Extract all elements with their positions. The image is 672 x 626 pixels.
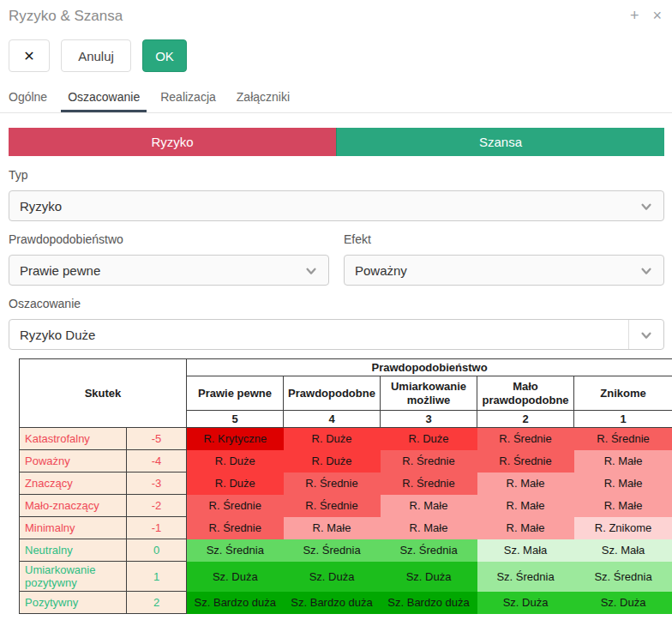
effect-label: Efekt: [344, 232, 664, 248]
matrix-col-header-2: Prawdopodobne: [284, 376, 381, 411]
toggle-chance-button[interactable]: Szansa: [336, 128, 664, 156]
matrix-cell: R. Średnie: [284, 473, 381, 495]
matrix-cell: Sz. Średnia: [187, 539, 284, 562]
matrix-row-label: Neutralny: [20, 539, 127, 562]
matrix-row-value: -3: [127, 473, 187, 495]
matrix-cell: R. Duże: [284, 450, 381, 473]
matrix-cell: R. Średnie: [284, 495, 381, 517]
chevron-down-icon: [639, 264, 653, 278]
close-button[interactable]: ✕: [9, 39, 50, 72]
close-window-icon[interactable]: ×: [652, 8, 662, 23]
matrix-col-value-2: 4: [284, 411, 381, 428]
type-label: Typ: [9, 168, 664, 184]
matrix-cell: R. Średnie: [477, 450, 574, 473]
window-header: Ryzyko & Szansa + ×: [0, 0, 672, 26]
tab-realizacja[interactable]: Realizacja: [153, 90, 223, 112]
matrix-col-value-1: 5: [187, 411, 284, 428]
matrix-col-value-4: 2: [477, 411, 574, 428]
matrix-cell: R. Małe: [574, 450, 672, 473]
matrix-corner-header: Skutek: [20, 359, 187, 428]
assessment-select[interactable]: Ryzyko Duże: [9, 319, 664, 350]
matrix-cell: Sz. Średnia: [381, 539, 477, 562]
matrix-col-header-5: Znikome: [574, 376, 672, 411]
chevron-down-icon: [639, 200, 653, 214]
tab-zalaczniki[interactable]: Załączniki: [230, 90, 297, 112]
matrix-cell: R. Małe: [477, 517, 574, 539]
risk-matrix: SkutekPrawdopodobieństwoPrawie pewnePraw…: [19, 358, 672, 619]
matrix-cell: R. Małe: [284, 517, 381, 539]
probability-label: Prawdopodobieństwo: [9, 232, 329, 248]
matrix-cell: R. Średnie: [381, 450, 477, 473]
add-icon[interactable]: +: [630, 8, 639, 23]
tab-bar: OgólneOszacowanieRealizacjaZałączniki: [0, 90, 672, 113]
matrix-cell: R. Małe: [381, 495, 477, 517]
chevron-down-icon: [639, 328, 653, 342]
effect-select[interactable]: Poważny: [344, 255, 664, 286]
assessment-label: Oszacowanie: [9, 297, 664, 312]
matrix-col-value-3: 3: [381, 411, 477, 428]
matrix-cell: R. Małe: [574, 495, 672, 517]
assessment-select-value: Ryzyko Duże: [20, 328, 95, 342]
matrix-cell: Sz. Średnia: [477, 562, 574, 592]
ok-button[interactable]: OK: [142, 39, 187, 72]
matrix-cell: R. Duże: [381, 428, 477, 450]
type-toggle: Ryzyko Szansa: [9, 128, 664, 156]
matrix-cell: Sz. Bardzo duża: [284, 592, 381, 614]
matrix-cell: Sz. Mała: [477, 539, 574, 562]
matrix-row-label: Minimalny: [20, 517, 127, 539]
matrix-row-label: Poważny: [20, 450, 127, 473]
matrix-cell: Sz. Duża: [574, 592, 672, 614]
matrix-cell: R. Średnie: [381, 473, 477, 495]
probability-select[interactable]: Prawie pewne: [9, 255, 329, 286]
matrix-row-value: 0: [127, 539, 187, 562]
matrix-cell: R. Duże: [187, 450, 284, 473]
matrix-row-value: 2: [127, 592, 187, 614]
matrix-cell: R. Małe: [477, 495, 574, 517]
cancel-button[interactable]: Anuluj: [61, 39, 131, 72]
matrix-cell: R. Średnie: [574, 428, 672, 450]
matrix-cell: Sz. Duża: [284, 562, 381, 592]
tab-oszacowanie[interactable]: Oszacowanie: [61, 90, 147, 112]
matrix-cell: R. Duże: [284, 428, 381, 450]
matrix-cell: Sz. Duża: [187, 562, 284, 592]
matrix-cell: R. Duże: [187, 473, 284, 495]
matrix-cell: R. Średnie: [477, 428, 574, 450]
matrix-cell: Sz. Średnia: [574, 562, 672, 592]
matrix-row-label: Mało-znaczący: [20, 495, 127, 517]
effect-select-value: Poważny: [355, 263, 407, 278]
tab-ogolne[interactable]: Ogólne: [2, 90, 54, 112]
toggle-risk-button[interactable]: Ryzyko: [9, 128, 336, 156]
matrix-row-value: -5: [127, 428, 187, 450]
matrix-col-value-5: 1: [574, 411, 672, 428]
chevron-down-icon: [304, 264, 318, 278]
matrix-row-label: Katastrofalny: [20, 428, 127, 450]
matrix-cell: Sz. Bardzo duża: [187, 592, 284, 614]
matrix-row-label: Umiarkowanie pozytywny: [20, 562, 127, 592]
type-select[interactable]: Ryzyko: [9, 190, 664, 221]
matrix-cell: R. Średnie: [187, 517, 284, 539]
type-select-value: Ryzyko: [20, 199, 62, 214]
toolbar: ✕ Anuluj OK: [9, 39, 672, 72]
matrix-cell: Sz. Mała: [574, 539, 672, 562]
estimation-form: Typ Ryzyko Prawdopodobieństwo Prawie pew…: [0, 168, 672, 350]
matrix-cell: R. Małe: [381, 517, 477, 539]
matrix-row-value: -4: [127, 450, 187, 473]
matrix-col-header-4: Mało prawdopodobne: [477, 376, 574, 411]
matrix-cell: R. Średnie: [187, 495, 284, 517]
matrix-cell: Sz. Duża: [381, 562, 477, 592]
matrix-cell: R. Krytyczne: [187, 428, 284, 450]
matrix-col-header-1: Prawie pewne: [187, 376, 284, 411]
matrix-cell: R. Znikome: [574, 517, 672, 539]
matrix-row-label: Pozytywny: [20, 592, 127, 614]
matrix-cell: Sz. Duża: [477, 592, 574, 614]
matrix-col-header-3: Umiarkowanie możliwe: [381, 376, 477, 411]
matrix-cell: Sz. Bardzo duża: [381, 592, 477, 614]
matrix-cell: Sz. Średnia: [284, 539, 381, 562]
matrix-cell: R. Małe: [477, 473, 574, 495]
matrix-group-header: Prawdopodobieństwo: [187, 359, 672, 376]
matrix-row-value: -1: [127, 517, 187, 539]
window-title: Ryzyko & Szansa: [9, 8, 123, 25]
probability-select-value: Prawie pewne: [20, 263, 100, 278]
matrix-row-value: -2: [127, 495, 187, 517]
matrix-row-label: Znaczący: [20, 473, 127, 495]
